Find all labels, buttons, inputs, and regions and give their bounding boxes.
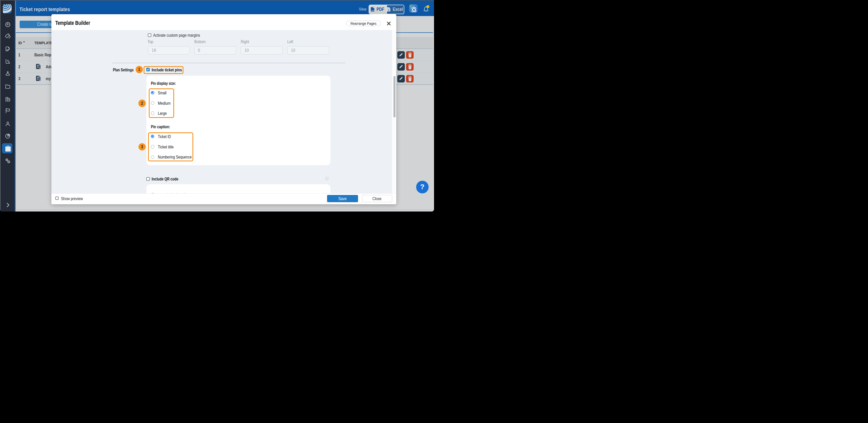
- svg-text:x: x: [388, 8, 389, 11]
- svg-text:PDF: PDF: [371, 9, 374, 11]
